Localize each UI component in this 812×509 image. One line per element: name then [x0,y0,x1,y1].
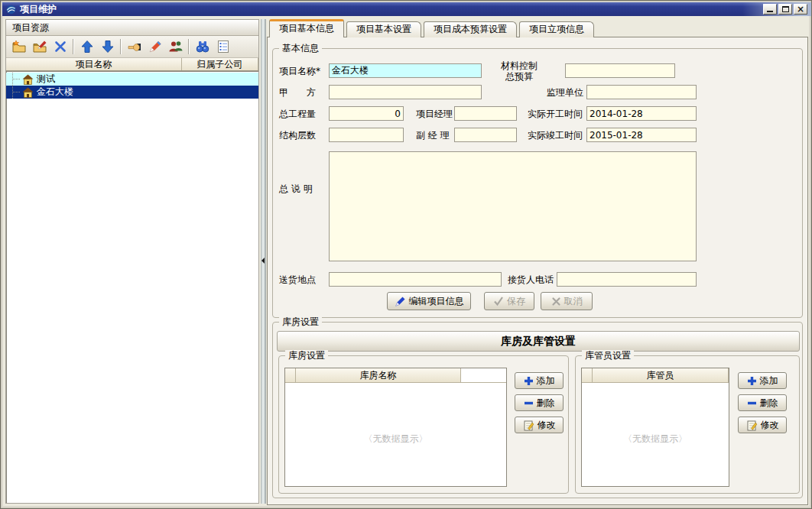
collapse-arrow-icon[interactable] [261,258,265,264]
supervisor-input[interactable] [586,85,697,99]
delivery-input[interactable] [329,272,502,287]
warehouse-banner: 库房及库管设置 [277,331,800,352]
basic-info-groupbox: 基本信息 项目名称* 材料控制 总预算 甲 方 监理单位 总工程量 项目经理 实… [272,48,803,318]
warehouse-grid[interactable]: 库房名称 〈无数据显示〉 [284,368,507,487]
edit-project-info-button[interactable]: 编辑项目信息 [387,292,471,310]
keeper-delete-button[interactable]: 删除 [738,394,787,411]
move-down-icon [101,40,115,53]
grid-column-keeper: 库管员 [593,368,729,382]
start-date-label: 实际开工时间 [528,109,583,119]
cancel-button-label: 取消 [564,295,583,308]
phone-label: 接货人电话 [508,274,554,285]
move-down-button[interactable] [97,37,118,57]
toolbar-separator [120,39,122,54]
tab-basic-info[interactable]: 项目基本信息 [269,19,344,37]
delivery-label: 送货地点 [279,274,316,285]
party-a-label: 甲 方 [279,87,316,98]
keeper-add-button[interactable]: 添加 [738,372,787,389]
warehouse-add-button[interactable]: 添加 [515,372,564,389]
tab-project-approval-info[interactable]: 项目立项信息 [519,21,594,37]
panel-splitter[interactable] [261,19,266,504]
supervisor-label: 监理单位 [547,87,583,98]
tabstrip: 项目基本信息 项目基本设置 项目成本预算设置 项目立项信息 [269,19,594,37]
end-date-input[interactable] [586,128,697,142]
users-button[interactable] [165,37,186,57]
project-name-input[interactable] [329,63,482,78]
note-label: 总 说 明 [279,183,313,194]
grid-column-warehouse-name: 库房名称 [296,368,461,382]
column-header-project-name[interactable]: 项目名称 [6,58,182,70]
warehouse-subgroup: 库房设置 库房名称 〈无数据显示〉 添加 [278,355,569,494]
plus-icon [747,376,757,386]
tree-column-headers: 项目名称 归属子公司 [6,58,258,71]
grid-empty-text: 〈无数据显示〉 [582,433,729,446]
delete-node-button[interactable] [50,37,70,57]
save-button[interactable]: 保存 [484,292,534,310]
modify-button-label: 修改 [761,419,779,432]
tree-item-label: 测试 [37,73,55,86]
deputy-label: 副 经 理 [416,130,450,141]
close-icon: × [797,5,804,14]
phone-input[interactable] [557,272,697,287]
grid-corner-cell [285,368,296,382]
add-button-label: 添加 [537,374,555,387]
report-button[interactable] [213,37,233,57]
tree-elbow [12,86,21,99]
warehouse-settings-groupbox: 库房设置 库房及库管设置 库房设置 库房名称 〈无数据显示〉 [272,322,803,498]
minimize-icon [767,10,773,12]
material-budget-input[interactable] [565,63,675,78]
edit-folder-icon [32,40,47,53]
home-icon [22,87,34,98]
grid-header: 库房名称 [285,368,506,383]
delete-button-label: 删除 [537,397,555,410]
pen-icon [395,296,406,307]
keeper-modify-button[interactable]: 修改 [738,417,787,433]
note-textarea[interactable] [329,151,697,261]
groupbox-legend: 基本信息 [279,43,322,54]
find-button[interactable] [192,37,213,57]
tree-item-jinshidalou[interactable]: 金石大楼 [6,86,258,99]
new-folder-button[interactable] [8,37,29,57]
rename-button[interactable] [145,37,165,57]
floors-input[interactable] [329,128,404,142]
app-logo-icon [5,4,17,15]
add-button-label: 添加 [760,374,778,387]
manager-input[interactable] [454,106,517,121]
save-button-label: 保存 [507,295,525,308]
tree-item-label: 金石大楼 [37,86,73,99]
warehouse-delete-button[interactable]: 删除 [515,394,564,411]
close-button[interactable]: × [794,4,807,15]
find-icon [195,40,210,53]
keeper-grid[interactable]: 库管员 〈无数据显示〉 [581,368,729,487]
minimize-button[interactable] [763,4,777,15]
quantity-input[interactable] [329,106,404,121]
tree-item-ceshi[interactable]: 测试 [6,73,258,86]
select-button[interactable] [124,37,145,57]
edit-folder-button[interactable] [29,37,50,57]
move-up-icon [80,40,94,53]
column-header-subsidiary[interactable]: 归属子公司 [182,58,258,70]
minus-icon [524,398,534,408]
project-tree: 测试 金石大楼 [6,71,258,503]
tab-page-basic-info: 基本信息 项目名称* 材料控制 总预算 甲 方 监理单位 总工程量 项目经理 实… [267,37,808,505]
deputy-input[interactable] [454,128,517,142]
tab-basic-settings[interactable]: 项目基本设置 [346,21,421,37]
start-date-input[interactable] [586,106,697,121]
edit-note-icon [746,420,758,431]
party-a-input[interactable] [329,85,482,99]
check-icon [493,296,504,306]
project-name-label: 项目名称* [279,66,320,76]
tab-cost-budget-settings[interactable]: 项目成本预算设置 [424,21,517,37]
minus-icon [747,398,757,408]
maximize-button[interactable] [778,4,792,15]
manager-label: 项目经理 [416,109,453,119]
tree-elbow [12,73,21,86]
grid-empty-text: 〈无数据显示〉 [285,433,506,446]
move-up-button[interactable] [76,37,97,57]
groupbox-legend: 库房设置 [279,316,322,328]
modify-button-label: 修改 [538,419,556,432]
select-hand-icon [127,40,142,53]
warehouse-modify-button[interactable]: 修改 [515,417,564,433]
cancel-button[interactable]: 取消 [541,292,593,310]
edit-button-label: 编辑项目信息 [409,295,464,308]
